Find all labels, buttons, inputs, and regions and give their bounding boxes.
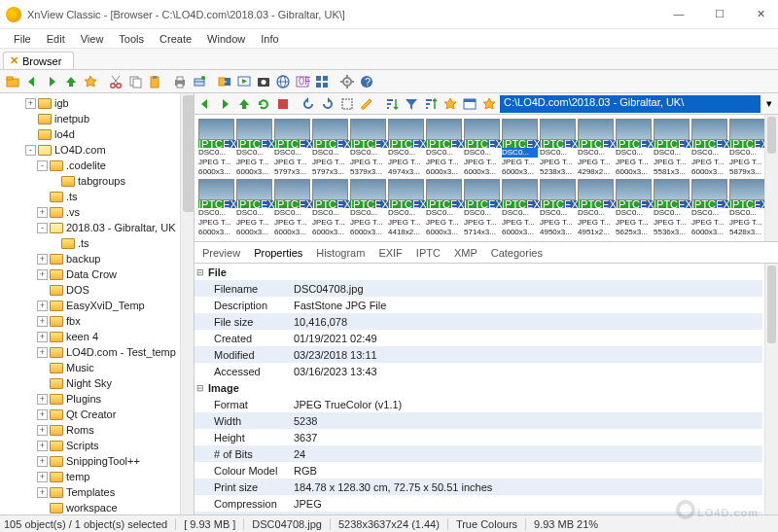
thumbnail[interactable]: IPTCEXIFICCDSC0...JPEG T...5714x3...: [464, 179, 500, 237]
menu-window[interactable]: Window: [201, 31, 251, 47]
convert-icon[interactable]: [216, 73, 233, 90]
expand-icon[interactable]: +: [37, 472, 48, 482]
menu-create[interactable]: Create: [154, 31, 197, 47]
print-icon[interactable]: [171, 73, 189, 90]
window-close-button[interactable]: ✕: [749, 8, 772, 20]
star-icon[interactable]: [442, 95, 459, 113]
options-icon[interactable]: [338, 73, 356, 90]
tree-item[interactable]: .ts: [2, 235, 194, 251]
tree-item[interactable]: -LO4D.com: [2, 142, 194, 158]
property-grid[interactable]: ⊟FileFilenameDSC04708.jpgDescriptionFast…: [194, 264, 778, 514]
stop-icon[interactable]: [274, 95, 292, 113]
tree-item[interactable]: DOS: [2, 282, 194, 298]
thumbnail[interactable]: IPTCEXIFICCDSC0...JPEG T...6000x3...: [198, 119, 234, 177]
back-icon[interactable]: [196, 95, 214, 113]
tree-item[interactable]: +EasyXviD_Temp: [2, 298, 194, 313]
tree-item[interactable]: lo4d: [2, 126, 194, 142]
thumbs-scrollbar[interactable]: [764, 115, 778, 241]
thumbnail[interactable]: IPTCEXIFICCDSC0...JPEG T...6000x3...: [464, 119, 500, 177]
expand-icon[interactable]: +: [37, 409, 48, 420]
proptab-preview[interactable]: Preview: [202, 247, 240, 259]
window-minimize-button[interactable]: —: [667, 8, 690, 20]
tree-item[interactable]: +Roms: [2, 422, 194, 438]
proptab-iptc[interactable]: IPTC: [416, 247, 441, 259]
collapse-icon[interactable]: ⊟: [194, 267, 206, 277]
thumbnail[interactable]: IPTCEXIFICCDSC0...JPEG T...6000x3...: [198, 179, 234, 237]
menu-edit[interactable]: Edit: [41, 31, 71, 47]
rotate-ccw-icon[interactable]: [300, 95, 317, 113]
tree-item[interactable]: Night Sky: [2, 375, 194, 391]
tree-item[interactable]: +temp: [2, 469, 194, 484]
copy-icon[interactable]: [126, 73, 144, 90]
tree-item[interactable]: +Templates: [2, 484, 194, 500]
thumbnail[interactable]: IPTCEXIFICCDSC0...JPEG T...4418x2...: [388, 179, 424, 237]
expand-icon[interactable]: -: [37, 160, 48, 171]
web-icon[interactable]: [274, 73, 292, 90]
thumbnail[interactable]: IPTCEXIFICCDSC0...JPEG T...5581x3...: [654, 119, 690, 177]
tree-item[interactable]: workspace: [2, 500, 194, 514]
thumbnail[interactable]: IPTCEXIFICCDSC0...JPEG T...5879x3...: [729, 119, 765, 177]
fav-icon[interactable]: [480, 95, 498, 113]
expand-icon[interactable]: +: [37, 347, 48, 358]
thumbnail[interactable]: IPTCEXIFICCDSC0...JPEG T...5625x3...: [616, 179, 652, 237]
tree-item[interactable]: +fbx: [2, 313, 194, 329]
folder-tree[interactable]: +igbinetpublo4d-LO4D.com-.codelitetabgro…: [0, 93, 194, 514]
tree-item[interactable]: +LO4D.com - Test_temp: [2, 344, 194, 360]
capture-icon[interactable]: [255, 73, 272, 90]
tree-item[interactable]: +Data Crow: [2, 266, 194, 282]
filter-icon[interactable]: [403, 95, 420, 113]
tree-item[interactable]: +.vs: [2, 204, 194, 220]
expand-icon[interactable]: +: [37, 487, 48, 498]
view-icon[interactable]: [461, 95, 478, 113]
thumbnail[interactable]: IPTCEXIFICCDSC0...JPEG T...5797x3...: [312, 119, 348, 177]
expand-icon[interactable]: +: [25, 98, 36, 109]
thumbnail[interactable]: IPTCEXIFICCDSC0...JPEG T...6000x3...: [502, 119, 538, 177]
thumbnail[interactable]: IPTCEXIFICCDSC0...JPEG T...4950x3...: [540, 179, 576, 237]
address-bar[interactable]: C:\LO4D.com\2018.03 - Gibraltar, UK\: [500, 95, 760, 113]
proptab-categories[interactable]: Categories: [491, 247, 543, 259]
thumbnail[interactable]: IPTCEXIFICCDSC0...JPEG T...4951x2...: [578, 179, 614, 237]
tree-item[interactable]: +Plugins: [2, 391, 194, 407]
tab-browser[interactable]: ✕ Browser: [3, 52, 74, 69]
tree-item[interactable]: +igb: [2, 95, 194, 111]
tree-item[interactable]: +keen 4: [2, 329, 194, 344]
menu-tools[interactable]: Tools: [113, 31, 150, 47]
expand-icon[interactable]: +: [37, 254, 48, 265]
thumbnail[interactable]: IPTCEXIFICCDSC0...JPEG T...5797x3...: [274, 119, 310, 177]
expand-icon[interactable]: +: [37, 456, 48, 467]
menu-file[interactable]: File: [8, 31, 37, 47]
expand-icon[interactable]: +: [37, 394, 48, 405]
tree-item[interactable]: .ts: [2, 189, 194, 204]
thumbnail[interactable]: IPTCEXIFICCDSC0...JPEG T...6000x3...: [502, 179, 538, 237]
expand-icon[interactable]: +: [37, 316, 48, 327]
cut-icon[interactable]: [107, 73, 124, 90]
paste-icon[interactable]: [146, 73, 163, 90]
open-icon[interactable]: [4, 73, 21, 90]
expand-icon[interactable]: +: [37, 332, 48, 342]
forward-icon[interactable]: [216, 95, 233, 113]
tree-item[interactable]: Music: [2, 360, 194, 375]
menu-info[interactable]: Info: [255, 31, 284, 47]
address-dropdown-icon[interactable]: ▾: [762, 97, 776, 110]
edit-icon[interactable]: [358, 95, 375, 113]
expand-icon[interactable]: -: [37, 223, 48, 233]
grid-icon[interactable]: [313, 73, 331, 90]
window-maximize-button[interactable]: ☐: [708, 8, 731, 20]
thumbnail[interactable]: IPTCEXIFICCDSC0...JPEG T...6000x3...: [236, 119, 272, 177]
tree-item[interactable]: -.codelite: [2, 158, 194, 173]
proptab-histogram[interactable]: Histogram: [316, 247, 365, 259]
expand-icon[interactable]: +: [37, 441, 48, 451]
fav-icon[interactable]: [82, 73, 99, 90]
proptab-exif[interactable]: EXIF: [378, 247, 402, 259]
expand-icon[interactable]: +: [37, 269, 48, 280]
thumbnail[interactable]: IPTCEXIFICCDSC0...JPEG T...4298x2...: [578, 119, 614, 177]
thumbnail[interactable]: IPTCEXIFICCDSC0...JPEG T...5238x3...: [540, 119, 576, 177]
thumbnail[interactable]: IPTCEXIFICCDSC0...JPEG T...5536x3...: [654, 179, 690, 237]
proptab-xmp[interactable]: XMP: [454, 247, 477, 259]
thumbnail[interactable]: IPTCEXIFICCDSC0...JPEG T...6000x3...: [426, 179, 462, 237]
thumbnail[interactable]: IPTCEXIFICCDSC0...JPEG T...5428x3...: [729, 179, 765, 237]
tree-item[interactable]: +Scripts: [2, 438, 194, 453]
tree-item[interactable]: inetpub: [2, 111, 194, 126]
slideshow-icon[interactable]: [235, 73, 253, 90]
refresh-icon[interactable]: [255, 95, 272, 113]
